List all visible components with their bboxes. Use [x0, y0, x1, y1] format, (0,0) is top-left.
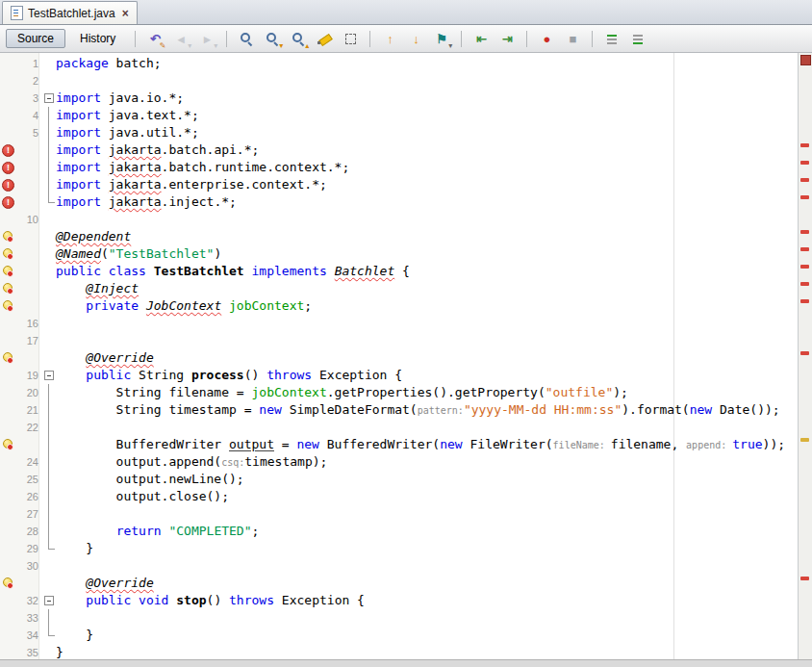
code-line[interactable]: 5import java.util.*; — [0, 124, 798, 141]
code-line[interactable]: 24 output.append(csq:timestamp); — [0, 453, 798, 471]
line-number[interactable]: 2 — [15, 72, 41, 90]
error-stripe-mark[interactable] — [800, 351, 809, 355]
code-line[interactable]: 19 public String process() throws Except… — [0, 367, 798, 384]
code-line[interactable]: 27 — [0, 505, 798, 523]
line-number[interactable]: 30 — [15, 557, 41, 575]
error-glyph-icon[interactable] — [2, 144, 14, 157]
code-line[interactable]: 28 return "COMPLETED"; — [0, 523, 798, 540]
line-number[interactable] — [15, 159, 41, 176]
toggle-bookmark-icon[interactable]: ⚑▾ — [430, 27, 453, 50]
code-line[interactable]: 25 output.newLine(); — [0, 471, 798, 488]
line-number[interactable]: 25 — [15, 471, 41, 488]
hint-lightbulb-icon[interactable] — [2, 352, 13, 364]
uncomment-icon[interactable] — [626, 27, 649, 50]
glyph-gutter[interactable] — [0, 297, 15, 315]
source-view-button[interactable]: Source — [6, 29, 65, 48]
error-stripe-mark[interactable] — [800, 247, 809, 251]
glyph-gutter[interactable] — [0, 349, 15, 367]
error-stripe-mark[interactable] — [800, 265, 809, 269]
line-number[interactable] — [15, 575, 41, 592]
code-line[interactable]: import jakarta.inject.*; — [0, 193, 798, 211]
hint-lightbulb-icon[interactable] — [2, 577, 13, 589]
error-stripe-mark[interactable] — [800, 438, 809, 442]
error-stripe-mark[interactable] — [800, 161, 809, 165]
error-stripe-mark[interactable] — [800, 577, 809, 580]
hint-lightbulb-icon[interactable] — [2, 439, 13, 450]
line-number[interactable]: 5 — [15, 124, 41, 141]
glyph-gutter[interactable] — [0, 159, 15, 176]
line-number[interactable]: 19 — [15, 367, 41, 384]
code-line[interactable]: @Inject — [0, 280, 798, 297]
error-stripe-status-icon[interactable] — [800, 55, 811, 65]
line-number[interactable]: 1 — [15, 55, 41, 72]
line-number[interactable] — [15, 436, 41, 453]
glyph-gutter[interactable] — [0, 245, 15, 263]
line-number[interactable]: 27 — [15, 505, 41, 523]
back-icon[interactable]: ◂▾ — [169, 27, 192, 50]
error-glyph-icon[interactable] — [2, 179, 14, 192]
line-number[interactable]: 4 — [15, 107, 41, 124]
hint-lightbulb-icon[interactable] — [2, 248, 13, 260]
code-line[interactable]: import jakarta.batch.api.*; — [0, 141, 798, 159]
code-line[interactable]: import jakarta.enterprise.context.*; — [0, 176, 798, 193]
glyph-gutter[interactable] — [0, 436, 15, 453]
glyph-gutter[interactable] — [0, 141, 15, 159]
error-stripe-mark[interactable] — [800, 230, 809, 234]
code-line[interactable]: 26 output.close(); — [0, 488, 798, 505]
line-number[interactable]: 24 — [15, 453, 41, 471]
line-number[interactable]: 10 — [15, 211, 41, 228]
code-line[interactable]: @Dependent — [0, 228, 798, 245]
glyph-gutter[interactable] — [0, 575, 15, 592]
code-line[interactable]: 2 — [0, 72, 798, 90]
history-view-button[interactable]: History — [68, 29, 127, 48]
find-previous-occurrence-icon[interactable]: ▴ — [287, 27, 310, 50]
error-stripe-mark[interactable] — [800, 178, 809, 182]
comment-icon[interactable] — [600, 27, 623, 50]
error-stripe-mark[interactable] — [800, 299, 809, 303]
code-line[interactable]: @Override — [0, 575, 798, 592]
line-number[interactable] — [15, 263, 41, 280]
previous-bookmark-icon[interactable]: ↑ — [378, 27, 401, 50]
line-number[interactable]: 34 — [15, 627, 41, 644]
stop-macro-recording-icon[interactable]: ■ — [561, 27, 584, 50]
line-number[interactable] — [15, 141, 41, 159]
code-line[interactable]: private JobContext jobContext; — [0, 297, 798, 315]
code-area[interactable]: 1package batch;23import java.io.*;4impor… — [0, 53, 798, 659]
code-line[interactable]: 32 public void stop() throws Exception { — [0, 592, 798, 609]
code-line[interactable]: 34 } — [0, 627, 798, 644]
code-line[interactable]: 1package batch; — [0, 55, 798, 72]
line-number[interactable]: 20 — [15, 384, 41, 401]
fold-start-marker[interactable] — [41, 90, 56, 107]
glyph-gutter[interactable] — [0, 193, 15, 211]
fold-start-marker[interactable] — [41, 367, 56, 384]
line-number[interactable]: 35 — [15, 644, 41, 659]
line-number[interactable] — [15, 297, 41, 315]
code-line[interactable]: 30 — [0, 557, 798, 575]
line-number[interactable] — [15, 245, 41, 263]
line-number[interactable]: 3 — [15, 90, 41, 107]
hint-lightbulb-icon[interactable] — [2, 231, 13, 243]
next-bookmark-icon[interactable]: ↓ — [404, 27, 427, 50]
rectangular-selection-icon[interactable] — [339, 27, 362, 50]
error-stripe[interactable] — [798, 53, 812, 659]
code-line[interactable]: 29 } — [0, 540, 798, 557]
line-number[interactable] — [15, 228, 41, 245]
error-stripe-mark[interactable] — [800, 143, 809, 147]
tab-testbatchlet[interactable]: TestBatchlet.java × — [2, 1, 138, 24]
line-number[interactable] — [15, 280, 41, 297]
fold-start-marker[interactable] — [41, 592, 56, 609]
code-line[interactable]: import jakarta.batch.runtime.context.*; — [0, 159, 798, 176]
code-line[interactable]: 33 — [0, 609, 798, 627]
tab-close-icon[interactable]: × — [122, 7, 129, 20]
error-glyph-icon[interactable] — [2, 196, 14, 209]
line-number[interactable]: 21 — [15, 401, 41, 419]
find-selection-icon[interactable] — [235, 27, 258, 50]
code-line[interactable]: 4import java.text.*; — [0, 107, 798, 124]
code-line[interactable]: public class TestBatchlet implements Bat… — [0, 263, 798, 280]
glyph-gutter[interactable] — [0, 263, 15, 280]
code-line[interactable]: 3import java.io.*; — [0, 90, 798, 107]
error-glyph-icon[interactable] — [2, 162, 14, 174]
shift-line-right-icon[interactable]: ⇥ — [495, 27, 519, 50]
glyph-gutter[interactable] — [0, 176, 15, 193]
code-line[interactable]: 20 String filename = jobContext.getPrope… — [0, 384, 798, 401]
